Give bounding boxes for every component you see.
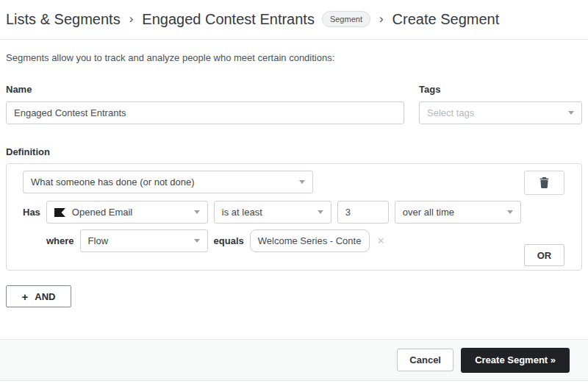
where-filter-row: where Flow equals ✕	[46, 229, 564, 252]
has-label: Has	[23, 207, 40, 218]
trash-icon	[539, 177, 549, 188]
name-tags-row: Name Tags Select tags	[6, 84, 582, 124]
property-value: Flow	[88, 235, 108, 246]
caret-down-icon	[299, 180, 305, 184]
metric-select-value-wrap: Opened Email	[54, 207, 132, 218]
property-select[interactable]: Flow	[80, 229, 208, 252]
klaviyo-flag-icon	[54, 208, 65, 217]
condition-type-row: What someone has done (or not done)	[23, 171, 564, 195]
name-field-group: Name	[6, 84, 404, 124]
plus-icon: +	[22, 290, 29, 303]
equals-label: equals	[214, 235, 244, 246]
where-label: where	[46, 235, 74, 246]
breadcrumb-current-page: Create Segment	[392, 9, 500, 29]
caret-down-icon	[507, 210, 513, 214]
caret-down-icon	[318, 210, 323, 214]
delete-condition-button[interactable]	[524, 171, 564, 195]
breadcrumb-separator: ›	[379, 9, 384, 29]
tags-placeholder: Select tags	[427, 107, 474, 118]
tags-select[interactable]: Select tags	[419, 101, 582, 124]
metric-value: Opened Email	[72, 207, 132, 218]
segment-type-badge: Segment	[322, 11, 370, 27]
caret-down-icon	[568, 111, 574, 115]
timeframe-select[interactable]: over all time	[395, 201, 521, 224]
segment-name-input[interactable]	[6, 101, 404, 124]
tags-label: Tags	[419, 84, 582, 95]
breadcrumb: Lists & Segments › Engaged Contest Entra…	[0, 0, 588, 40]
metric-condition-row: Has Opened Email is at least over all ti…	[23, 201, 564, 224]
caret-down-icon	[194, 239, 200, 243]
condition-card: What someone has done (or not done) Has	[6, 163, 582, 271]
footer-action-bar: Cancel Create Segment »	[0, 339, 588, 381]
or-button[interactable]: OR	[524, 244, 564, 266]
operator-select[interactable]: is at least	[214, 201, 331, 224]
count-input[interactable]	[337, 201, 389, 224]
metric-select[interactable]: Opened Email	[46, 201, 208, 224]
breadcrumb-link-lists-segments[interactable]: Lists & Segments	[6, 9, 121, 29]
cancel-button[interactable]: Cancel	[397, 349, 453, 371]
condition-type-value: What someone has done (or not done)	[31, 176, 195, 188]
condition-type-select[interactable]: What someone has done (or not done)	[23, 171, 313, 193]
breadcrumb-link-segment-name[interactable]: Engaged Contest Entrants	[142, 9, 315, 29]
intro-text: Segments allow you to track and analyze …	[6, 52, 582, 63]
create-segment-page: Lists & Segments › Engaged Contest Entra…	[0, 0, 588, 389]
definition-label: Definition	[6, 146, 582, 157]
property-value-input[interactable]	[250, 229, 370, 252]
close-icon[interactable]: ✕	[377, 235, 385, 246]
caret-down-icon	[194, 210, 200, 214]
operator-value: is at least	[222, 207, 262, 218]
and-button-label: AND	[35, 291, 55, 302]
add-and-condition-button[interactable]: + AND	[6, 285, 71, 307]
tags-field-group: Tags Select tags	[419, 84, 582, 124]
timeframe-value: over all time	[403, 207, 454, 218]
breadcrumb-separator: ›	[129, 9, 134, 29]
create-segment-button[interactable]: Create Segment »	[461, 348, 570, 373]
name-label: Name	[6, 84, 404, 95]
